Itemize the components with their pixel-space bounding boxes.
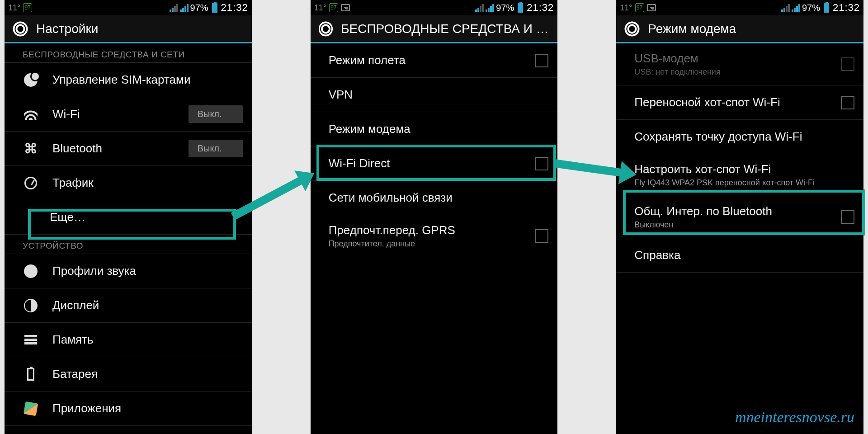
row-keep-hotspot[interactable]: Сохранять точку доступа Wi-Fi — [616, 120, 863, 154]
settings-gear-icon — [13, 21, 28, 37]
row-apps[interactable]: Приложения — [5, 392, 252, 426]
row-label: Bluetooth — [52, 142, 102, 156]
row-label: Режим модема — [329, 122, 410, 136]
clock: 21:32 — [833, 2, 860, 14]
row-label: Общ. Интер. по Bluetooth — [634, 204, 841, 218]
page-title: Настройки — [36, 22, 98, 36]
row-portable-hotspot[interactable]: Переносной хот-спот Wi-Fi — [616, 85, 863, 120]
row-gprs-preference[interactable]: Предпочт.перед. GPRS Предпочтител. данны… — [311, 215, 558, 257]
wifi-icon — [23, 106, 39, 123]
notification-badge: 97 — [23, 3, 32, 12]
battery-icon — [824, 3, 829, 13]
title-bar: БЕСПРОВОДНЫЕ СРЕДСТВА И СЕ… — [311, 15, 558, 43]
settings-gear-icon[interactable] — [319, 21, 333, 37]
row-label: Wi-Fi Direct — [329, 156, 535, 170]
row-label: Профили звука — [52, 264, 136, 278]
row-more[interactable]: Еще… — [5, 200, 252, 235]
notification-badge: 97 — [329, 3, 338, 12]
bt-tether-checkbox[interactable] — [841, 210, 854, 224]
row-label: USB-модем — [634, 52, 841, 66]
airplane-checkbox[interactable] — [535, 54, 548, 67]
signal-sim1-icon — [170, 4, 178, 12]
status-bar: 11° 97 97% 21:32 — [616, 0, 863, 15]
row-configure-hotspot[interactable]: Настроить хот-спот Wi-Fi Fly IQ443 WPA2 … — [616, 154, 863, 196]
row-label: Управление SIM-картами — [52, 73, 190, 87]
screenshot-icon — [341, 4, 350, 11]
title-bar: Настройки — [5, 15, 252, 43]
row-label: Дисплей — [52, 298, 99, 312]
page-title: Режим модема — [648, 22, 736, 36]
signal-sim1-icon — [781, 4, 790, 12]
signal-sim2-icon — [792, 4, 800, 12]
signal-sim2-icon — [180, 4, 189, 12]
row-subtitle: Выключен — [634, 220, 841, 230]
signal-sim1-icon — [475, 4, 484, 12]
row-subtitle: USB: нет подключения — [634, 67, 841, 77]
traffic-icon — [23, 175, 39, 191]
row-label: Настроить хот-спот Wi-Fi — [634, 162, 854, 176]
row-label: Память — [52, 333, 94, 347]
row-label: Справка — [634, 248, 680, 262]
screenshot-icon — [647, 4, 656, 11]
category-wireless: БЕСПРОВОДНЫЕ СРЕДСТВА И СЕТИ — [5, 43, 252, 63]
hotspot-checkbox[interactable] — [841, 96, 854, 109]
clock: 21:32 — [527, 2, 554, 14]
battery-icon — [212, 3, 217, 13]
row-wifi-direct[interactable]: Wi-Fi Direct — [311, 146, 558, 181]
row-memory[interactable]: Память — [5, 323, 252, 357]
row-wifi[interactable]: Wi-Fi Выкл. — [5, 97, 252, 132]
phone-tethering: 11° 97 97% 21:32 Режим модема USB-модем … — [616, 0, 863, 434]
wifi-direct-checkbox[interactable] — [535, 157, 548, 170]
row-label: Приложения — [52, 401, 121, 415]
wifi-toggle[interactable]: Выкл. — [189, 105, 243, 123]
temperature-indicator: 11° — [314, 3, 326, 13]
row-tethering[interactable]: Режим модема — [311, 112, 558, 146]
row-traffic[interactable]: Трафик — [5, 166, 252, 200]
usb-modem-checkbox — [841, 57, 854, 71]
row-help[interactable]: Справка — [616, 238, 863, 273]
apps-icon — [23, 401, 39, 417]
title-bar: Режим модема — [616, 15, 863, 43]
row-bluetooth[interactable]: ⌘ Bluetooth Выкл. — [5, 132, 252, 166]
display-icon — [23, 297, 39, 314]
row-mobile-networks[interactable]: Сети мобильной связи — [311, 181, 558, 215]
row-sim-management[interactable]: Управление SIM-картами — [5, 63, 252, 97]
row-label: Предпочт.перед. GPRS — [329, 223, 535, 237]
row-display[interactable]: Дисплей — [5, 288, 252, 323]
memory-icon — [23, 332, 39, 348]
row-subtitle: Предпочтител. данные — [329, 239, 535, 249]
phone-settings: 11° 97 97% 21:32 Настройки БЕСПРОВОДНЫЕ … — [5, 0, 252, 434]
row-airplane-mode[interactable]: Режим полета — [311, 43, 558, 78]
settings-gear-icon[interactable] — [624, 21, 640, 37]
row-vpn[interactable]: VPN — [311, 78, 558, 112]
status-bar: 11° 97 97% 21:32 — [5, 0, 252, 15]
battery-percent: 97% — [802, 3, 820, 13]
row-bluetooth-tether[interactable]: Общ. Интер. по Bluetooth Выключен — [616, 196, 863, 238]
row-audio-profiles[interactable]: Профили звука — [5, 254, 252, 288]
gprs-checkbox[interactable] — [535, 229, 548, 243]
temperature-indicator: 11° — [620, 3, 632, 13]
row-label: Сети мобильной связи — [329, 191, 453, 205]
row-label: Еще… — [50, 210, 85, 224]
row-label: Режим полета — [329, 53, 535, 67]
bluetooth-icon: ⌘ — [23, 141, 39, 157]
category-device: УСТРОЙСТВО — [5, 235, 252, 254]
row-label: Батарея — [52, 367, 98, 381]
page-title: БЕСПРОВОДНЫЕ СРЕДСТВА И СЕ… — [341, 22, 549, 36]
row-label: Переносной хот-спот Wi-Fi — [634, 95, 841, 109]
temperature-indicator: 11° — [8, 3, 20, 13]
row-usb-modem: USB-модем USB: нет подключения — [616, 43, 863, 85]
battery-row-icon — [23, 366, 39, 382]
bluetooth-toggle[interactable]: Выкл. — [189, 140, 243, 157]
battery-percent: 97% — [190, 3, 208, 13]
battery-icon — [518, 3, 523, 13]
watermark: mneinteresnovse.ru — [735, 409, 854, 426]
notification-badge: 97 — [635, 3, 644, 12]
row-label: Wi-Fi — [52, 107, 80, 121]
row-battery[interactable]: Батарея — [5, 357, 252, 392]
audio-icon — [23, 263, 39, 279]
phone-wireless: 11° 97 97% 21:32 БЕСПРОВОДНЫЕ СРЕДСТВА И… — [311, 0, 558, 434]
row-label: VPN — [329, 88, 353, 102]
battery-percent: 97% — [496, 3, 514, 13]
row-subtitle: Fly IQ443 WPA2 PSK переносной хот-спот W… — [634, 178, 854, 188]
